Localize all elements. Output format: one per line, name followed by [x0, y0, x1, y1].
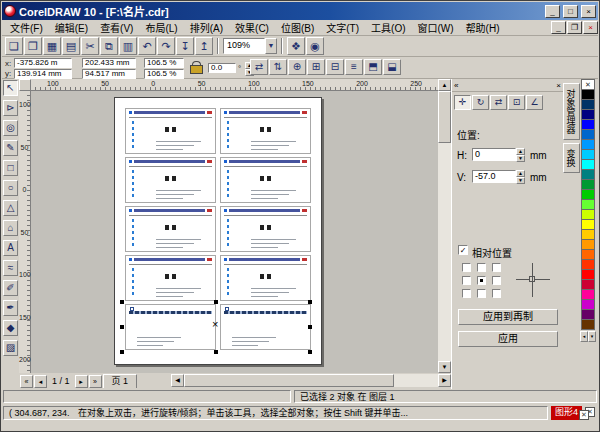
- selection-handle[interactable]: [308, 325, 312, 329]
- new-button[interactable]: ❏: [5, 37, 23, 55]
- spin-up-icon[interactable]: ▲: [516, 148, 525, 155]
- horizontal-scrollbar[interactable]: ◀ ▶: [171, 374, 451, 387]
- interactive-blend-tool[interactable]: ≈: [3, 260, 18, 276]
- palette-expand-icon[interactable]: ◂: [580, 331, 588, 342]
- vertical-scroll-thumb[interactable]: [438, 91, 451, 143]
- relative-position-checkbox[interactable]: ✓: [458, 245, 468, 255]
- vertical-ruler[interactable]: 10050050100150200: [19, 91, 31, 373]
- ellipse-tool[interactable]: ○: [3, 180, 18, 196]
- scale-y-field[interactable]: 106.5 %: [144, 69, 184, 79]
- shape-tool[interactable]: ⊳: [3, 100, 18, 116]
- scroll-down-icon[interactable]: ▼: [438, 361, 451, 373]
- print-button[interactable]: ▤: [62, 37, 80, 55]
- business-card[interactable]: [125, 255, 216, 301]
- interactive-fill-tool[interactable]: ▨: [3, 340, 18, 356]
- scale-mirror-button[interactable]: ⇄: [490, 95, 507, 110]
- docker-tab[interactable]: 变换: [563, 143, 580, 173]
- selection-handle[interactable]: [308, 350, 312, 354]
- scroll-left-icon[interactable]: ◀: [171, 374, 184, 387]
- chevron-down-icon[interactable]: ▼: [265, 38, 277, 54]
- menu-item[interactable]: 窗口(W): [412, 19, 460, 36]
- eyedropper-tool[interactable]: ✐: [3, 280, 18, 296]
- anchor-middle-left[interactable]: [462, 276, 471, 285]
- basic-shapes-tool[interactable]: ⌂: [3, 220, 18, 236]
- text-tool[interactable]: A: [3, 240, 18, 256]
- ungroup-button[interactable]: ⊟: [326, 59, 344, 75]
- palette-scroll-down-icon[interactable]: ▾: [588, 331, 596, 342]
- freehand-tool[interactable]: ✎: [3, 140, 18, 156]
- h-position-field[interactable]: 0: [472, 148, 516, 161]
- prev-page-icon[interactable]: ◂: [34, 375, 47, 388]
- business-card[interactable]: [125, 108, 216, 154]
- anchor-top-left[interactable]: [462, 263, 471, 272]
- size-button[interactable]: ⊡: [508, 95, 525, 110]
- apply-button[interactable]: 应用: [458, 331, 558, 347]
- anchor-top-right[interactable]: [492, 263, 501, 272]
- business-card[interactable]: [125, 304, 216, 350]
- to-back-button[interactable]: ⬓: [383, 59, 401, 75]
- page-tab[interactable]: 页 1: [103, 374, 138, 388]
- align-button[interactable]: ≡: [345, 59, 363, 75]
- selection-handle[interactable]: [120, 350, 124, 354]
- business-card[interactable]: [125, 206, 216, 252]
- business-card[interactable]: [220, 157, 311, 203]
- selection-handle[interactable]: [214, 300, 218, 304]
- vertical-scrollbar[interactable]: ▲ ▼: [438, 79, 451, 373]
- scroll-right-icon[interactable]: ▶: [438, 374, 451, 387]
- import-button[interactable]: ↧: [176, 37, 194, 55]
- docker-close-icon[interactable]: ×: [556, 81, 561, 90]
- h-stepper[interactable]: ▲▼: [516, 148, 525, 160]
- fill-tool[interactable]: ◆: [3, 320, 18, 336]
- spin-down-icon[interactable]: ▼: [516, 155, 525, 162]
- business-card[interactable]: [125, 157, 216, 203]
- apply-to-duplicate-button[interactable]: 应用到再制: [458, 309, 558, 325]
- next-page-icon[interactable]: ▸: [75, 375, 88, 388]
- menu-item[interactable]: 排列(A): [184, 19, 229, 36]
- doc-close-button[interactable]: ×: [583, 21, 598, 34]
- object-width-field[interactable]: 202.433 mm: [82, 58, 136, 68]
- polygon-tool[interactable]: △: [3, 200, 18, 216]
- document-page[interactable]: ×: [114, 97, 322, 365]
- menu-item[interactable]: 工具(O): [365, 19, 411, 36]
- rotation-angle-field[interactable]: 0.0: [208, 63, 236, 73]
- anchor-bottom-right[interactable]: [492, 289, 501, 298]
- scroll-up-icon[interactable]: ▲: [438, 79, 451, 91]
- object-height-field[interactable]: 94.517 mm: [82, 69, 136, 79]
- anchor-bottom-left[interactable]: [462, 289, 471, 298]
- menu-item[interactable]: 位图(B): [275, 19, 320, 36]
- open-button[interactable]: ❐: [24, 37, 42, 55]
- undo-button[interactable]: ↶: [138, 37, 156, 55]
- anchor-top-center[interactable]: [477, 263, 486, 272]
- business-card[interactable]: [220, 304, 311, 350]
- doc-restore-button[interactable]: ❐: [567, 21, 582, 34]
- docker-tab[interactable]: 对象管理器: [563, 83, 580, 140]
- business-card[interactable]: [220, 206, 311, 252]
- selection-center-marker[interactable]: ×: [212, 319, 218, 330]
- horizontal-scroll-thumb[interactable]: [184, 374, 394, 387]
- selection-handle[interactable]: [120, 325, 124, 329]
- docker-collapse-icon[interactable]: «: [454, 81, 458, 90]
- ruler-origin-box[interactable]: [19, 79, 31, 91]
- first-page-icon[interactable]: «: [20, 375, 33, 388]
- menu-item[interactable]: 效果(C): [229, 19, 275, 36]
- position-x-field[interactable]: -375.826 m: [14, 58, 72, 68]
- position-y-field[interactable]: 139.914 mm: [14, 69, 72, 79]
- v-stepper[interactable]: ▲▼: [516, 170, 525, 182]
- zoom-value[interactable]: 109%: [223, 38, 265, 54]
- anchor-center[interactable]: [477, 276, 486, 285]
- to-front-button[interactable]: ⬒: [364, 59, 382, 75]
- menu-item[interactable]: 文字(T): [320, 19, 365, 36]
- redo-button[interactable]: ↷: [157, 37, 175, 55]
- combine-button[interactable]: ⊕: [288, 59, 306, 75]
- doc-minimize-button[interactable]: _: [551, 21, 566, 34]
- menu-item[interactable]: 查看(V): [94, 19, 139, 36]
- v-position-field[interactable]: -57.0: [472, 170, 516, 183]
- minimize-button[interactable]: _: [545, 5, 560, 18]
- outline-tool[interactable]: ✒: [3, 300, 18, 316]
- export-button[interactable]: ↥: [195, 37, 213, 55]
- skew-button[interactable]: ∠: [526, 95, 543, 110]
- mirror-h-button[interactable]: ⇄: [250, 59, 268, 75]
- last-page-icon[interactable]: »: [89, 375, 102, 388]
- menu-item[interactable]: 帮助(H): [460, 19, 506, 36]
- zoom-tool[interactable]: ◎: [3, 120, 18, 136]
